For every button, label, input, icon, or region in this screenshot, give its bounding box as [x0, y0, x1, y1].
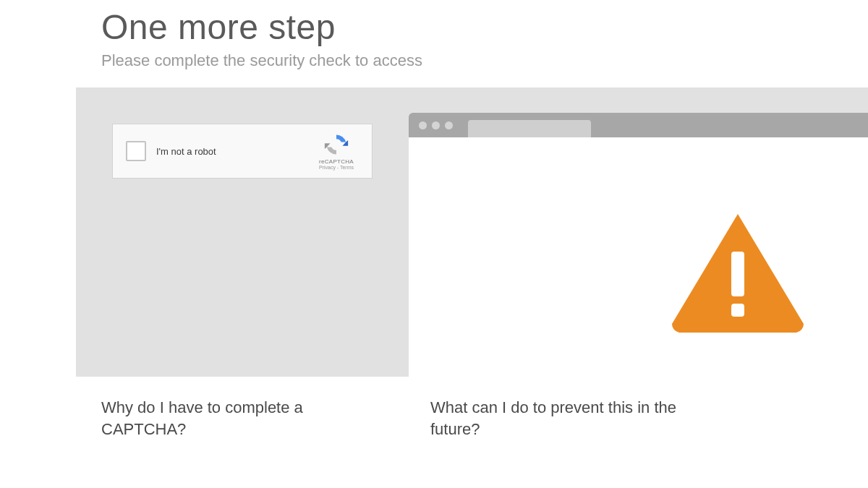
- page-header: One more step Please complete the securi…: [0, 0, 868, 87]
- recaptcha-brand-name: reCAPTCHA: [311, 158, 362, 165]
- window-dot-icon: [432, 121, 440, 129]
- window-dot-icon: [419, 121, 427, 129]
- content-stage: I'm not a robot reCAPTCHA Privacy - Term…: [76, 87, 868, 377]
- faq-question-captcha: Why do I have to complete a CAPTCHA?: [101, 397, 351, 440]
- page-title: One more step: [101, 7, 868, 47]
- warning-triangle-icon: [669, 210, 807, 335]
- svg-rect-1: [731, 304, 744, 317]
- faq-question-prevent: What can I do to prevent this in the fut…: [430, 397, 680, 440]
- recaptcha-icon: [324, 132, 349, 157]
- window-dot-icon: [445, 121, 453, 129]
- browser-body: [409, 137, 868, 394]
- browser-tab: [468, 120, 591, 137]
- recaptcha-checkbox[interactable]: [126, 141, 146, 161]
- recaptcha-widget: I'm not a robot reCAPTCHA Privacy - Term…: [112, 124, 373, 179]
- captcha-pane: I'm not a robot reCAPTCHA Privacy - Term…: [112, 124, 373, 377]
- page-subtitle: Please complete the security check to ac…: [101, 51, 868, 70]
- browser-window-mock: [409, 113, 868, 394]
- browser-titlebar: [409, 113, 868, 137]
- recaptcha-label: I'm not a robot: [156, 146, 216, 157]
- security-check-page: One more step Please complete the securi…: [0, 0, 868, 440]
- svg-rect-0: [731, 252, 744, 296]
- recaptcha-brand: reCAPTCHA Privacy - Terms: [311, 132, 362, 170]
- recaptcha-legal-links[interactable]: Privacy - Terms: [311, 165, 362, 170]
- browser-illustration-pane: [409, 124, 868, 377]
